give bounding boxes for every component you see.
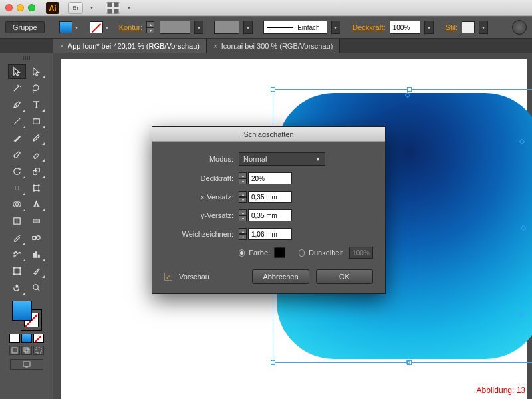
stil-label[interactable]: Stil: [446,23,458,31]
modus-label: Modus: [164,155,233,163]
svg-rect-24 [25,349,29,353]
stroke-color-swatch[interactable]: ▾ [90,21,103,33]
variable-width-profile[interactable] [214,21,239,34]
cancel-button[interactable]: Abbrechen [252,269,309,284]
chevron-down-icon[interactable]: ▾ [73,22,80,33]
kontur-label[interactable]: Kontur: [119,23,142,31]
ok-button[interactable]: OK [316,269,373,284]
stroke-weight-dropdown[interactable]: ▾ [194,21,203,34]
lasso-tool[interactable] [27,80,45,96]
opacity-dropdown[interactable]: ▾ [424,21,434,34]
line-segment-tool[interactable] [8,114,26,129]
dialog-title[interactable]: Schlagschatten [152,127,385,142]
selection-tool[interactable] [8,64,26,79]
magic-wand-tool[interactable] [8,80,26,96]
canvas-area[interactable]: Schlagschatten Modus: Normal ▼ Deckkraft… [53,53,532,399]
blob-brush-tool[interactable] [8,147,26,162]
color-mode-solid[interactable] [9,334,20,343]
pencil-tool[interactable] [27,130,45,146]
arrange-dropdown-icon[interactable]: ▾ [124,5,134,11]
draw-inside-icon[interactable] [33,346,44,355]
deckkraft-label[interactable]: Deckkraft: [352,23,386,31]
brush-name: Einfach [297,24,319,31]
slice-tool[interactable] [27,263,45,279]
zoom-tool[interactable] [27,280,45,295]
svg-rect-22 [12,348,17,353]
opacity-input[interactable] [248,172,292,184]
drawing-mode-row [9,346,44,355]
app-logo-icon: Ai [46,2,59,14]
resize-handle[interactable] [271,360,275,365]
svg-rect-20 [13,268,19,274]
graphic-style-swatch[interactable] [462,21,475,33]
opacity-stepper[interactable]: ▴▾ [239,172,247,184]
variable-width-dropdown[interactable]: ▾ [243,21,253,34]
close-window-icon[interactable] [5,4,13,11]
hand-tool[interactable] [8,280,26,295]
symbol-sprayer-tool[interactable] [8,247,26,262]
minimize-window-icon[interactable] [17,4,24,11]
chevron-down-icon[interactable]: ▾ [104,22,110,33]
x-offset-input[interactable] [248,191,292,203]
blend-mode-dropdown[interactable]: Normal ▼ [239,152,325,166]
direct-selection-tool[interactable] [27,64,45,79]
preview-checkbox[interactable]: ✓ [164,273,172,281]
shadow-color-swatch[interactable] [274,247,285,258]
paintbrush-tool[interactable] [8,130,26,146]
blur-input[interactable] [248,228,292,240]
resize-handle[interactable] [407,87,412,92]
brush-definition-box[interactable]: Einfach [263,21,327,34]
zoom-window-icon[interactable] [28,4,35,11]
blur-stepper[interactable]: ▴▾ [239,228,247,240]
x-offset-stepper[interactable]: ▴▾ [239,191,247,203]
style-dropdown[interactable]: ▾ [479,21,488,34]
type-tool[interactable] [27,97,45,112]
free-transform-tool[interactable] [27,180,45,196]
bridge-dropdown-icon[interactable]: ▾ [87,5,96,11]
shape-builder-tool[interactable] [8,197,26,212]
fill-stroke-control[interactable] [12,301,41,330]
blend-tool[interactable] [27,230,45,245]
screen-mode-button[interactable] [10,359,43,370]
svg-rect-23 [24,348,28,352]
eraser-tool[interactable] [27,147,45,162]
document-tab-label: App Icon* bei 420,01 % (RGB/Vorschau) [68,42,200,50]
pen-tool[interactable] [8,97,26,112]
resize-handle[interactable] [271,87,275,92]
scale-tool[interactable] [27,164,45,179]
fill-color-swatch[interactable]: ▾ [59,21,72,33]
mesh-tool[interactable] [8,213,26,229]
darkness-radio[interactable] [299,249,305,257]
document-tab[interactable]: × Icon.ai bei 300 % (RGB/Vorschau) [207,39,340,53]
draw-normal-icon[interactable] [9,346,20,355]
document-tab[interactable]: × App Icon* bei 420,01 % (RGB/Vorschau) [53,39,207,53]
opacity-field[interactable]: 100% [390,21,420,34]
arrange-documents-button[interactable] [106,2,120,14]
brush-dropdown[interactable]: ▾ [331,21,340,34]
blur-label: Weichzeichnen: [164,230,233,238]
color-mode-gradient[interactable] [21,334,32,343]
artboard-tool[interactable] [8,263,26,279]
eyedropper-tool[interactable] [8,230,26,245]
panel-grip-icon[interactable] [7,56,47,61]
width-tool[interactable] [8,180,26,196]
close-tab-icon[interactable]: × [60,43,64,50]
fill-swatch-icon[interactable] [12,301,32,321]
recolor-artwork-button[interactable] [512,20,527,35]
color-radio[interactable] [239,249,245,257]
gradient-tool[interactable] [27,213,45,229]
rotate-tool[interactable] [8,164,26,179]
column-graph-tool[interactable] [27,247,45,262]
rectangle-tool[interactable] [27,114,45,129]
svg-rect-1 [114,2,118,7]
perspective-grid-tool[interactable] [27,197,45,212]
svg-point-18 [13,253,15,254]
y-offset-stepper[interactable]: ▴▾ [239,209,247,221]
y-offset-input[interactable] [248,209,292,221]
stroke-weight-stepper[interactable]: ▴▾ [146,21,154,33]
draw-behind-icon[interactable] [21,346,32,355]
bridge-button[interactable]: Br [68,2,83,14]
close-tab-icon[interactable]: × [213,43,217,50]
color-mode-none[interactable] [33,334,44,343]
stroke-weight-field[interactable] [160,21,190,34]
